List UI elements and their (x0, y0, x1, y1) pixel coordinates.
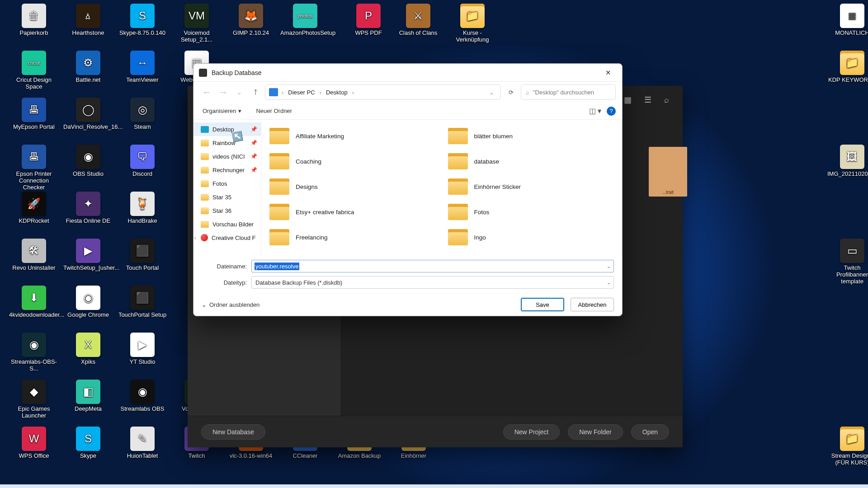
desktop-icon[interactable]: 🗑Papierkorb (9, 4, 59, 37)
hide-folders-toggle[interactable]: ⌄ Ordner ausblenden (202, 301, 259, 308)
filetype-dropdown[interactable]: ⌄ (607, 280, 611, 286)
refresh-button[interactable]: ⟳ (504, 85, 518, 99)
folder-item[interactable]: Fotos (442, 199, 620, 225)
desktop-icon[interactable]: PWPS PDF (344, 4, 393, 37)
search-icon[interactable]: ⌕ (664, 95, 669, 105)
desktop-icon[interactable]: cricutCricut Design Space (9, 51, 59, 90)
folder-item[interactable] (263, 250, 442, 256)
desktop-icon[interactable]: ◎Steam (118, 98, 167, 131)
desktop-icon[interactable]: 📁Kurse - Verknüpfung (448, 4, 497, 43)
up-button[interactable]: 🡑 (249, 85, 262, 99)
desktop-icon[interactable]: ◆Epic Games Launcher (9, 380, 59, 419)
desktop-icon[interactable]: 🚀KDPRocket (9, 192, 59, 225)
tree-item[interactable]: Desktop📌 (193, 122, 261, 136)
tree-item[interactable]: Fotos (193, 177, 261, 190)
desktop-icon[interactable]: VMVoicemod Setup_2.1... (172, 4, 222, 43)
folder-grid[interactable]: Affiliate Marketingblätter blumenCoachin… (261, 120, 622, 256)
filename-input[interactable]: youtuber.resolve ⌄ (251, 260, 614, 272)
desktop-icon[interactable]: ◉OBS Studio (63, 145, 113, 178)
address-bar[interactable]: › Dieser PC › Desktop › ⌄ (265, 84, 501, 100)
dialog-title-bar[interactable]: Backup Database ✕ (193, 64, 622, 82)
view-mode-button[interactable]: ◫ ▾ (589, 107, 601, 115)
desktop-icon[interactable]: ≣MONATLICH (827, 4, 868, 37)
cancel-button[interactable]: Abbrechen (571, 298, 614, 311)
new-project-button[interactable]: New Project (503, 424, 560, 440)
search-input[interactable] (533, 89, 611, 96)
icon-label: Revo Uninstaller (9, 265, 59, 272)
folder-item[interactable]: Einhörner Sticker (442, 174, 620, 199)
tree-item[interactable]: Rechnunger📌 (193, 163, 261, 177)
folder-item[interactable]: Etsy+ creative fabrica (263, 199, 442, 225)
new-database-button[interactable]: New Database (201, 424, 265, 440)
address-dropdown[interactable]: ⌄ (486, 89, 497, 96)
tree-item[interactable]: videos (NICI📌 (193, 150, 261, 163)
new-folder-button-resolve[interactable]: New Folder (568, 424, 623, 440)
folder-item[interactable] (442, 250, 620, 256)
desktop-icon[interactable]: 🦊GIMP 2.10.24 (226, 4, 276, 37)
desktop-icon[interactable]: ▶YT Studio (118, 333, 167, 366)
desktop-icon[interactable]: ◉Streamlabs-OBS-S... (9, 333, 59, 372)
forward-button[interactable]: 🡒 (216, 85, 230, 99)
desktop-icon[interactable]: 🖶MyEpson Portal (9, 98, 59, 131)
folder-item[interactable]: Coaching (263, 149, 442, 174)
desktop-icon[interactable]: WWPS Office (9, 427, 59, 460)
crumb-desktop[interactable]: Desktop (323, 87, 350, 98)
grid-view-icon[interactable]: ▦ (624, 95, 632, 105)
desktop-icon[interactable]: ✦Fiesta Online DE (63, 192, 113, 225)
back-button[interactable]: 🡐 (200, 85, 213, 99)
desktop-icon[interactable]: 🖶Epson Printer Connection Checker (9, 145, 59, 191)
taskbar[interactable] (0, 484, 868, 488)
search-box[interactable]: ⌕ (521, 84, 616, 100)
desktop-icon[interactable]: 🛠Revo Uninstaller (9, 239, 59, 272)
organise-button[interactable]: Organisieren ▾ (200, 106, 244, 116)
open-button[interactable]: Open (631, 424, 669, 440)
desktop-icon[interactable]: 🍹HandBrake (118, 192, 167, 225)
tree-item[interactable]: Star 35 (193, 190, 261, 204)
tree-item[interactable]: ›Creative Cloud F (193, 231, 261, 244)
new-folder-button[interactable]: Neuer Ordner (253, 106, 294, 116)
folder-item[interactable]: Freelancing (263, 225, 442, 250)
desktop-icon[interactable]: 📁KDP KEYWORDS (827, 51, 868, 84)
desktop-icon[interactable]: ◉Streamlabs OBS (118, 380, 167, 413)
folder-item[interactable]: database (442, 149, 620, 174)
desktop-icon[interactable]: 🜛Hearthstone (63, 4, 113, 37)
history-dropdown[interactable]: ⌄ (232, 85, 246, 99)
tree-item[interactable]: Star 36 (193, 204, 261, 217)
folder-item[interactable]: Ingo (442, 225, 620, 250)
desktop-icon[interactable]: ⬛TouchPortal Setup (118, 286, 167, 319)
folder-item[interactable]: Designs (263, 174, 442, 199)
desktop-icon[interactable]: ◧DeepMeta (63, 380, 113, 413)
filetype-select[interactable]: Database Backup Files (*.diskdb) ⌄ (251, 276, 614, 289)
list-view-icon[interactable]: ☰ (644, 95, 651, 105)
help-button[interactable]: ? (607, 107, 616, 116)
desktop-icon[interactable]: ▶TwitchSetup_[usher... (63, 239, 113, 272)
save-button[interactable]: Save (521, 298, 564, 311)
desktop-icon[interactable]: 📁Stream Designs (FÜR KURS) (827, 427, 868, 466)
desktop-icon[interactable]: SSkype (63, 427, 113, 460)
desktop-icon[interactable]: XXpiks (63, 333, 113, 366)
desktop-icon[interactable]: ↔TeamViewer (118, 51, 167, 84)
desktop-icon[interactable]: ◉Google Chrome (63, 286, 113, 319)
desktop-icon[interactable]: ⚔Clash of Clans (393, 4, 443, 37)
desktop-icon[interactable]: 🖼IMG_20211020_14031 (827, 145, 868, 178)
desktop-icon[interactable]: ⬇4kvideodownloader... (9, 286, 59, 319)
desktop-icon[interactable]: SSkype-8.75.0.140 (118, 4, 167, 37)
close-button[interactable]: ✕ (599, 66, 618, 80)
resolve-project-thumb[interactable]: ...trait (649, 147, 687, 197)
nav-tree[interactable]: Desktop📌Rainbow📌videos (NICI📌Rechnunger📌… (193, 120, 261, 256)
icon-label: OBS Studio (63, 171, 113, 178)
desktop-icon[interactable]: ▭Twitch Profilbanner template (827, 239, 868, 285)
crumb-pc[interactable]: Dieser PC (285, 87, 317, 98)
folder-item[interactable]: Affiliate Marketing (263, 123, 442, 149)
desktop-icon[interactable]: photosAmazonPhotosSetup (280, 4, 330, 37)
desktop-icon[interactable]: ⚙Battle.net (63, 51, 113, 84)
tree-item[interactable]: Rainbow📌 (193, 136, 261, 150)
chevron-right-icon[interactable]: › (194, 235, 196, 240)
filename-dropdown[interactable]: ⌄ (607, 263, 611, 269)
desktop-icon[interactable]: ⬛Touch Portal (118, 239, 167, 272)
desktop-icon[interactable]: 🗨Discord (118, 145, 167, 178)
desktop-icon[interactable]: ◯DaVinci_Resolve_16... (63, 98, 113, 131)
tree-item[interactable]: Vorschau Bilder (193, 217, 261, 231)
folder-item[interactable]: blätter blumen (442, 123, 620, 149)
desktop-icon[interactable]: ✎HuionTablet (118, 427, 167, 460)
